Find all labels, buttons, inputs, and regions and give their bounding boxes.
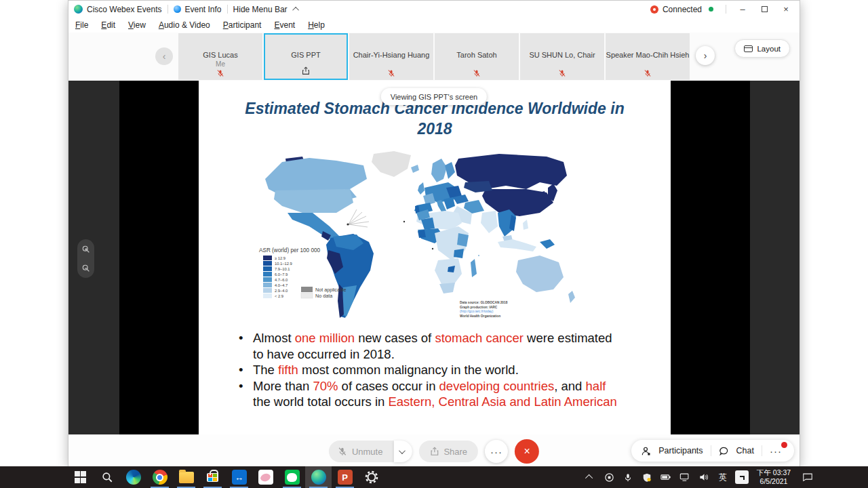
taskbar-edge[interactable] bbox=[120, 466, 146, 488]
tray-microphone-icon[interactable] bbox=[620, 466, 636, 488]
svg-text:≥ 12.9: ≥ 12.9 bbox=[275, 256, 285, 260]
tray-battery-icon[interactable] bbox=[658, 466, 674, 488]
taskbar-settings[interactable] bbox=[358, 466, 384, 488]
chevron-up-icon bbox=[585, 474, 593, 482]
webex-icon bbox=[311, 470, 326, 485]
menu-view[interactable]: View bbox=[128, 20, 146, 30]
participant-tile[interactable]: Taroh Satoh bbox=[435, 33, 519, 80]
layout-icon bbox=[744, 45, 753, 52]
search-icon bbox=[101, 471, 113, 483]
tray-network-icon[interactable] bbox=[677, 466, 693, 488]
menu-edit[interactable]: Edit bbox=[101, 20, 115, 30]
menu-event[interactable]: Event bbox=[274, 20, 295, 30]
event-info-icon bbox=[174, 5, 181, 13]
tray-expand-button[interactable] bbox=[582, 466, 598, 488]
bullet-item: More than 70% of cases occur in developi… bbox=[237, 378, 619, 410]
chat-button[interactable]: Chat bbox=[736, 446, 754, 455]
bullet-item: Almost one million new cases of stomach … bbox=[237, 330, 619, 362]
chevron-up-icon bbox=[292, 7, 299, 14]
menu-help[interactable]: Help bbox=[308, 20, 325, 30]
chrome-icon bbox=[153, 470, 167, 485]
menu-file[interactable]: File bbox=[75, 20, 88, 30]
taskbar-webex[interactable] bbox=[305, 466, 332, 488]
participant-tile-sharing[interactable]: GIS PPT bbox=[264, 33, 348, 80]
participant-tile[interactable]: Chair-Yi-Hsiang Huang bbox=[349, 33, 433, 80]
scroll-left-button[interactable]: ‹ bbox=[155, 47, 173, 65]
unmute-button[interactable]: Unmute bbox=[329, 441, 412, 462]
world-incidence-map: ASR (world) per 100 000 ≥ 12.9 10.1–12.9… bbox=[255, 148, 594, 323]
leave-meeting-button[interactable]: × bbox=[515, 439, 539, 464]
windows-logo-icon bbox=[75, 471, 87, 483]
gear-icon bbox=[365, 470, 378, 484]
mic-muted-icon bbox=[338, 447, 347, 456]
more-options-button[interactable]: ··· bbox=[485, 440, 508, 463]
layout-button[interactable]: Layout bbox=[734, 39, 790, 58]
svg-text:Graph production: IARC: Graph production: IARC bbox=[460, 306, 498, 309]
taskbar-microsoft-store[interactable] bbox=[199, 466, 226, 488]
svg-text:< 2.9: < 2.9 bbox=[275, 294, 283, 298]
tray-security-shield-icon[interactable] bbox=[639, 466, 655, 488]
participants-button[interactable]: Participants bbox=[658, 446, 703, 455]
zoom-controls bbox=[77, 239, 94, 278]
start-button[interactable] bbox=[67, 466, 94, 488]
participant-tile[interactable]: SU SHUN Lo, Chair bbox=[520, 33, 604, 80]
svg-text:2.9–4.0: 2.9–4.0 bbox=[275, 289, 288, 293]
ime-mode-icon bbox=[735, 470, 749, 484]
ime-mode-indicator[interactable] bbox=[734, 466, 750, 488]
clock-date: 6/5/2021 bbox=[753, 477, 795, 486]
event-info-label: Event Info bbox=[185, 5, 222, 14]
svg-text:7.9–10.1: 7.9–10.1 bbox=[275, 267, 290, 271]
chevron-down-icon bbox=[399, 447, 406, 454]
participant-name: Taroh Satoh bbox=[435, 51, 519, 59]
unmute-label: Unmute bbox=[352, 447, 383, 457]
control-bar: Unmute Share ··· × Participants Chat ··· bbox=[68, 434, 800, 467]
pink-app-icon bbox=[258, 470, 273, 485]
participant-tile[interactable]: Speaker Mao-Chih Hsieh bbox=[606, 33, 690, 80]
minimize-button[interactable]: – bbox=[732, 1, 753, 18]
taskbar-line[interactable] bbox=[279, 466, 305, 488]
maximize-button[interactable] bbox=[753, 1, 775, 18]
share-button[interactable]: Share bbox=[418, 441, 478, 462]
menu-audio-video[interactable]: Audio & Video bbox=[159, 20, 210, 30]
participant-tile[interactable]: GIS Lucas Me bbox=[178, 33, 262, 80]
tray-volume-icon[interactable] bbox=[696, 466, 712, 488]
mic-muted-icon bbox=[644, 69, 652, 77]
tray-device-icon[interactable] bbox=[601, 466, 617, 488]
menu-bar: File Edit View Audio & Video Participant… bbox=[68, 18, 800, 33]
audio-options-button[interactable] bbox=[393, 441, 412, 462]
taskbar-file-explorer[interactable] bbox=[173, 466, 199, 488]
recording-status-icon bbox=[650, 5, 658, 14]
titlebar-divider bbox=[726, 5, 726, 14]
participants-icon bbox=[641, 446, 651, 456]
svg-text:4.0–4.7: 4.0–4.7 bbox=[275, 283, 288, 287]
taskbar-teamviewer[interactable]: ↔ bbox=[226, 466, 252, 488]
divider bbox=[711, 445, 711, 456]
svg-text:No data: No data bbox=[315, 293, 332, 299]
taskbar-app-pink[interactable] bbox=[252, 466, 279, 488]
action-center-button[interactable] bbox=[797, 466, 818, 488]
share-label: Share bbox=[443, 447, 467, 457]
divider bbox=[762, 445, 762, 456]
menu-participant[interactable]: Participant bbox=[223, 20, 262, 30]
participant-name: Speaker Mao-Chih Hsieh bbox=[606, 51, 690, 59]
taskbar-chrome[interactable] bbox=[146, 466, 173, 488]
close-button[interactable]: × bbox=[775, 1, 797, 18]
connected-status: Connected bbox=[663, 5, 702, 14]
taskbar-clock[interactable]: 下午 03:37 6/5/2021 bbox=[753, 468, 795, 486]
maximize-icon bbox=[762, 6, 768, 12]
ime-language-indicator[interactable]: 英 bbox=[715, 466, 731, 488]
svg-text:(http://gco.iarc.fr/today): (http://gco.iarc.fr/today) bbox=[460, 310, 494, 313]
hide-menu-bar-button[interactable]: Hide Menu Bar bbox=[233, 5, 299, 14]
zoom-in-button[interactable] bbox=[81, 245, 90, 253]
shared-slide: Estimated Stomach Cancer Incidence World… bbox=[199, 81, 671, 434]
taskbar-powerpoint[interactable]: P bbox=[332, 466, 358, 488]
participant-strip: ‹ GIS Lucas Me GIS PPT Chair-Yi-Hsiang H… bbox=[68, 33, 800, 81]
taskbar-search-button[interactable] bbox=[94, 466, 120, 488]
more-panels-button[interactable]: ··· bbox=[770, 445, 785, 457]
panel-controls: Participants Chat ··· bbox=[631, 440, 794, 462]
scroll-right-button[interactable]: › bbox=[696, 46, 715, 65]
teamviewer-icon: ↔ bbox=[232, 470, 247, 485]
event-info-button[interactable]: Event Info bbox=[174, 5, 222, 14]
powerpoint-icon: P bbox=[338, 470, 353, 485]
zoom-out-button[interactable] bbox=[81, 264, 90, 272]
